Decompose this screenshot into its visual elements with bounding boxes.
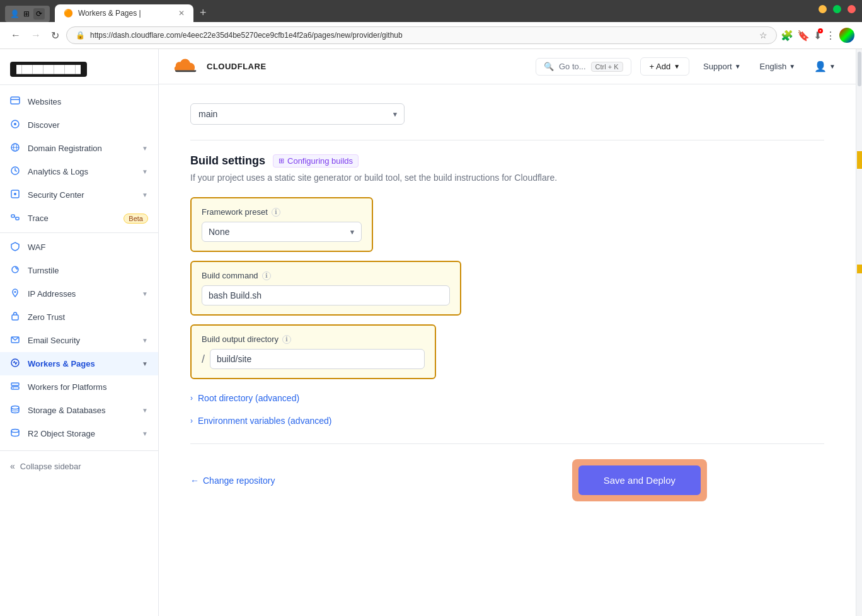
account-badge[interactable]: ████████████ [10, 62, 87, 77]
sidebar-item-trace[interactable]: Trace Beta [0, 207, 158, 230]
sidebar-item-websites[interactable]: Websites [0, 90, 158, 113]
env-variables-label: Environment variables (advanced) [198, 416, 331, 426]
sidebar-item-analytics-logs[interactable]: Analytics & Logs ▼ [0, 160, 158, 183]
build-settings-header: Build settings ⊞ Configuring builds [190, 154, 824, 168]
browser-profile[interactable] [839, 28, 854, 43]
build-output-dir-label-row: Build output directory ℹ [202, 334, 425, 344]
address-bar[interactable]: 🔒 ☆ [66, 26, 777, 44]
forward-button[interactable]: → [28, 28, 44, 42]
trace-label: Trace [28, 214, 117, 223]
sidebar-item-turnstile[interactable]: Turnstile [0, 259, 158, 282]
search-label: Go to... [559, 62, 586, 71]
sidebar-item-email-security[interactable]: Email Security ▼ [0, 329, 158, 352]
build-command-section: Build command ℹ [190, 261, 461, 316]
sidebar-item-discover[interactable]: Discover [0, 113, 158, 137]
divider-2 [190, 443, 824, 444]
svg-rect-18 [11, 383, 19, 385]
collapse-icon: « [10, 461, 15, 471]
extensions-button[interactable]: 🧩 [781, 30, 793, 42]
tab-title: Workers & Pages | [78, 9, 173, 18]
maximize-button[interactable] [833, 5, 841, 13]
cloudflare-logo-icon [174, 58, 202, 76]
language-label: English [760, 62, 787, 71]
menu-button[interactable]: ⋮ [825, 30, 836, 42]
build-output-dir-info-icon[interactable]: ℹ [282, 335, 291, 344]
workers-platforms-label: Workers for Platforms [28, 382, 106, 392]
bookmark-icon[interactable]: ☆ [759, 30, 767, 40]
bottom-actions: ← Change repository Save and Deploy [190, 459, 707, 501]
sidebar-item-ip-addresses[interactable]: IP Addresses ▼ [0, 282, 158, 305]
minimize-button[interactable] [819, 5, 827, 13]
svg-point-3 [14, 123, 16, 125]
profile-button[interactable]: 🔖 [797, 30, 810, 42]
sidebar-item-workers-pages[interactable]: Workers & Pages ▼ [0, 352, 158, 375]
domain-registration-label: Domain Registration [28, 144, 135, 153]
language-menu[interactable]: English ▼ [755, 59, 801, 74]
build-command-input[interactable] [202, 285, 450, 305]
configuring-builds-link[interactable]: ⊞ Configuring builds [273, 154, 359, 168]
save-deploy-button[interactable]: Save and Deploy [578, 465, 701, 495]
refresh-button[interactable]: ↻ [48, 28, 62, 43]
svg-rect-10 [11, 215, 14, 217]
sidebar-item-r2-object-storage[interactable]: R2 Object Storage ▼ [0, 422, 158, 445]
global-search[interactable]: 🔍 Go to... Ctrl + K [536, 58, 631, 76]
url-input[interactable] [90, 31, 754, 40]
workers-pages-icon [10, 358, 21, 370]
svg-point-23 [11, 430, 19, 433]
env-variables-toggle[interactable]: › Environment variables (advanced) [190, 411, 824, 431]
svg-point-14 [14, 291, 16, 293]
turnstile-label: Turnstile [28, 266, 59, 275]
zero-trust-icon [10, 311, 21, 323]
build-output-dir-input[interactable] [210, 349, 425, 369]
ip-addresses-label: IP Addresses [28, 289, 135, 299]
new-tab-button[interactable]: + [195, 4, 212, 22]
storage-databases-icon [10, 404, 21, 416]
sidebar: ████████████ Websites Discover Domain Re… [0, 49, 159, 616]
ip-addresses-icon [10, 288, 21, 300]
build-command-info-icon[interactable]: ℹ [262, 271, 271, 280]
tab-close[interactable]: ✕ [178, 9, 185, 18]
add-button[interactable]: + Add ▼ [640, 57, 690, 76]
downloads-button[interactable]: ⬇• [813, 30, 822, 42]
framework-preset-info-icon[interactable]: ℹ [272, 208, 280, 217]
sidebar-item-workers-platforms[interactable]: Workers for Platforms [0, 375, 158, 399]
framework-preset-label-row: Framework preset ℹ [202, 207, 362, 217]
sidebar-item-waf[interactable]: WAF [0, 236, 158, 259]
framework-preset-select[interactable]: None Angular Astro Create React App Gats… [202, 222, 362, 242]
sidebar-item-zero-trust[interactable]: Zero Trust [0, 305, 158, 329]
search-shortcut: Ctrl + K [591, 62, 623, 72]
collapse-sidebar-btn[interactable]: « Collapse sidebar [0, 456, 158, 476]
close-button[interactable] [848, 5, 856, 13]
browser-tab[interactable]: 🟠 Workers & Pages | ✕ [55, 4, 193, 22]
email-security-label: Email Security [28, 336, 135, 345]
trace-icon [10, 212, 21, 224]
domain-registration-arrow: ▼ [142, 145, 148, 152]
framework-preset-section: Framework preset ℹ None Angular Astro Cr… [190, 197, 373, 252]
branch-select[interactable]: main [190, 103, 405, 125]
back-button[interactable]: ← [8, 28, 24, 42]
right-scrollbar[interactable] [856, 49, 862, 616]
change-repo-arrow: ← [190, 476, 199, 486]
sidebar-item-domain-registration[interactable]: Domain Registration ▼ [0, 137, 158, 160]
external-link-icon: ⊞ [279, 157, 284, 165]
sidebar-item-storage-databases[interactable]: Storage & Databases ▼ [0, 399, 158, 422]
svg-point-22 [11, 406, 19, 409]
svg-rect-19 [11, 387, 19, 389]
support-menu[interactable]: Support ▼ [698, 59, 745, 74]
root-directory-toggle[interactable]: › Root directory (advanced) [190, 388, 824, 408]
svg-point-21 [13, 387, 14, 389]
change-repo-label: Change repository [203, 476, 275, 486]
collapse-label: Collapse sidebar [20, 462, 81, 471]
logo-text: CLOUDFLARE [207, 62, 267, 71]
account-menu[interactable]: 👤 ▼ [809, 57, 841, 76]
scroll-thumb[interactable] [858, 52, 861, 86]
storage-databases-label: Storage & Databases [28, 406, 135, 415]
change-repository-button[interactable]: ← Change repository [190, 476, 275, 486]
waf-label: WAF [28, 242, 45, 252]
sidebar-item-security-center[interactable]: Security Center ▼ [0, 183, 158, 207]
build-output-dir-row: / [202, 349, 425, 369]
tab-favicon: 🟠 [64, 9, 73, 18]
root-directory-chevron-icon: › [190, 394, 193, 402]
language-chevron: ▼ [789, 63, 795, 70]
websites-label: Websites [28, 97, 61, 106]
